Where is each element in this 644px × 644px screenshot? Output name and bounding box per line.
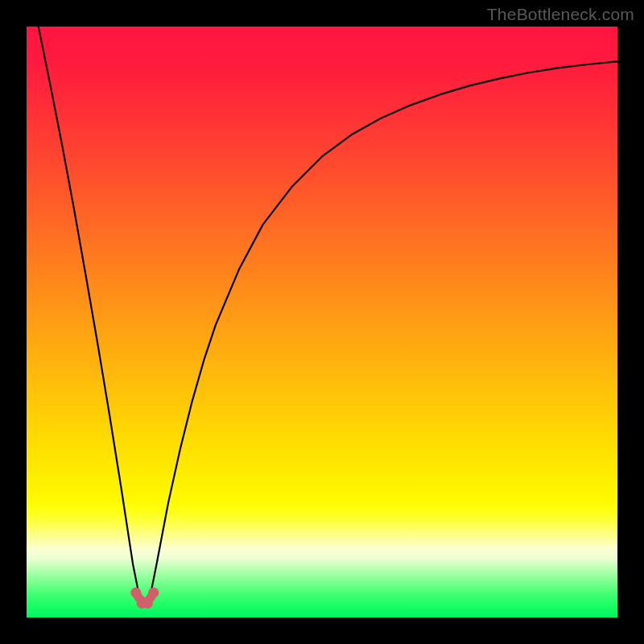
optimum-marker	[130, 588, 141, 598]
outer-frame: TheBottleneck.com	[0, 0, 644, 644]
bottleneck-curve	[39, 27, 617, 605]
optimum-marker	[148, 588, 159, 598]
watermark-text: TheBottleneck.com	[487, 5, 634, 24]
optimum-markers	[130, 588, 159, 609]
chart-svg	[27, 27, 617, 617]
plot-area	[27, 27, 617, 617]
optimum-marker	[142, 598, 153, 609]
